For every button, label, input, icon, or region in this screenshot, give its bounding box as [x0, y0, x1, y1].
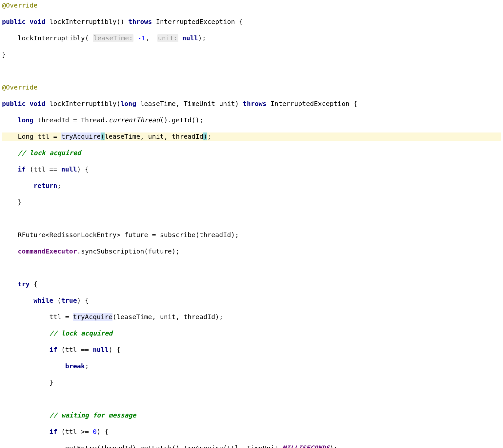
var-ttl: ttl — [37, 132, 49, 140]
var-threadId: threadId — [37, 116, 69, 124]
kw-if-3: if — [50, 428, 57, 436]
call-getEntry-1: getEntry — [65, 444, 97, 448]
kw-public: public — [2, 18, 26, 26]
var-ttl-2: ttl — [33, 165, 45, 173]
call-lockInterruptibly: lockInterruptibly — [18, 34, 85, 42]
param-unit: unit — [219, 100, 235, 108]
call-subscribe: subscribe — [160, 231, 195, 239]
type-rfuture: RFuture — [18, 231, 45, 239]
kw-null-3: null — [93, 346, 109, 354]
paren-open-hl: ( — [101, 132, 105, 140]
arg-leaseTime-2: leaseTime — [116, 313, 152, 321]
kw-return-1: return — [33, 182, 57, 190]
param-hint-leaseTime: leaseTime: — [93, 34, 133, 42]
kw-throws: throws — [128, 18, 152, 26]
type-timeunit: TimeUnit — [184, 100, 215, 108]
type-interrupted-2: InterruptedException — [271, 100, 350, 108]
field-commandExecutor: commandExecutor — [18, 247, 77, 255]
kw-null: null — [182, 34, 198, 42]
paren-close-hl: ) — [203, 132, 207, 140]
comment-waiting: // waiting for message — [50, 411, 136, 419]
call-getId: getId — [172, 116, 191, 124]
arg-unit-2: unit — [160, 313, 176, 321]
kw-break: break — [65, 362, 85, 370]
annotation-override-2: @Override — [2, 83, 37, 91]
method-name: lockInterruptibly — [50, 18, 117, 26]
type-timeunit-2: TimeUnit — [247, 444, 278, 448]
kw-if-2: if — [50, 346, 57, 354]
var-ttl-3: ttl — [50, 313, 61, 321]
arg-future: future — [148, 247, 172, 255]
call-tryAcquire-latch: tryAcquire — [184, 444, 223, 448]
call-tryAcquire-2: tryAcquire — [73, 313, 112, 321]
arg-leaseTime: leaseTime — [105, 132, 140, 140]
comment-lock-acquired-2: // lock acquired — [50, 329, 113, 337]
kw-long: long — [120, 100, 136, 108]
num-zero: 0 — [93, 428, 97, 436]
kw-while: while — [33, 296, 53, 304]
call-getLatch-1: getLatch — [140, 444, 171, 448]
code-editor[interactable]: @Override public void lockInterruptibly(… — [0, 0, 503, 448]
type-rlockentry: RedissonLockEntry — [50, 231, 117, 239]
kw-null-2: null — [61, 165, 77, 173]
var-ttl-5: ttl — [65, 428, 77, 436]
arg-threadId: threadId — [172, 132, 203, 140]
type-Long: Long — [18, 132, 33, 140]
var-future: future — [124, 231, 148, 239]
kw-try: try — [18, 280, 30, 288]
param-leaseTime: leaseTime — [140, 100, 175, 108]
kw-public-2: public — [2, 100, 26, 108]
method-name-2: lockInterruptibly — [50, 100, 117, 108]
arg-threadId-2: threadId — [199, 231, 231, 239]
kw-void-2: void — [30, 100, 45, 108]
arg-threadId-4: threadId — [101, 444, 132, 448]
var-ttl-4: ttl — [65, 346, 77, 354]
type-interrupted: InterruptedException — [156, 18, 235, 26]
annotation-override: @Override — [2, 1, 37, 9]
kw-void: void — [30, 18, 45, 26]
arg-unit: unit — [148, 132, 164, 140]
call-syncSubscription: syncSubscription — [81, 247, 144, 255]
type-thread: Thread — [81, 116, 105, 124]
comment-lock-acquired-1: // lock acquired — [18, 149, 81, 157]
kw-long-2: long — [18, 116, 33, 124]
param-hint-unit: unit: — [157, 34, 178, 42]
kw-if-1: if — [18, 165, 26, 173]
call-currentThread: currentThread — [109, 116, 160, 124]
arg-ttl: ttl — [227, 444, 239, 448]
num-minus1: -1 — [137, 34, 145, 42]
arg-threadId-3: threadId — [184, 313, 215, 321]
kw-throws-2: throws — [243, 100, 267, 108]
kw-true: true — [61, 296, 77, 304]
const-ms: MILLISECONDS — [282, 444, 330, 448]
call-tryAcquire-hl: tryAcquire — [61, 132, 101, 140]
